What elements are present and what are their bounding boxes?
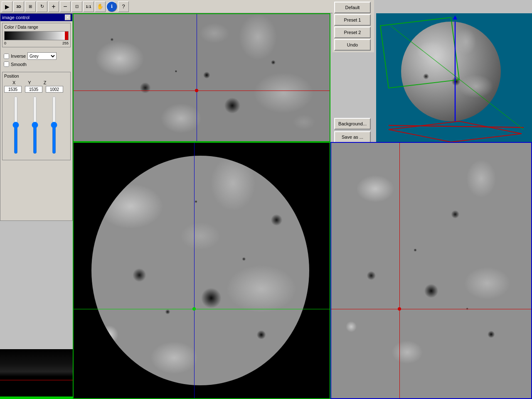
color-range-label: Color / Data range (4, 25, 69, 29)
undo-button[interactable]: Undo (334, 39, 371, 51)
preset2-button[interactable]: Preset 2 (334, 27, 371, 38)
run-button[interactable]: ▶ (2, 1, 12, 12)
top-view-crosshair-h (74, 91, 330, 91)
gradient-bar[interactable] (4, 31, 69, 40)
inverse-checkbox[interactable] (4, 54, 9, 59)
z-label: Z (44, 80, 47, 85)
z-input[interactable] (46, 86, 63, 93)
bottom-right-crosshair-v (399, 143, 400, 398)
position-label: Position (4, 74, 69, 78)
top-view-panel[interactable] (73, 13, 330, 142)
thumbnail-panel (0, 349, 73, 399)
bottom-right-crosshair-h (331, 309, 531, 309)
background-button[interactable]: Background... (334, 118, 371, 130)
grid-button[interactable]: ⊞ (25, 1, 36, 12)
smooth-checkbox[interactable] (4, 61, 9, 67)
svg-marker-1 (380, 17, 459, 88)
3d-visualization (376, 13, 532, 142)
rotate-button[interactable]: ↻ (37, 1, 47, 12)
svg-line-5 (391, 26, 524, 130)
zoom-out-button[interactable]: − (60, 1, 71, 12)
thumbnail-red-line (0, 380, 73, 380)
x-slider[interactable] (12, 96, 19, 154)
info-button[interactable]: ℹ (106, 1, 117, 12)
z-slider[interactable] (51, 96, 57, 154)
bottom-right-view-panel[interactable] (330, 142, 532, 399)
help-button[interactable]: ? (118, 1, 129, 12)
pan-button[interactable]: ✋ (95, 1, 106, 12)
min-label: 0 (4, 41, 6, 45)
bottom-left-view-image (74, 143, 330, 398)
svg-marker-0 (389, 121, 522, 142)
top-view-image (74, 14, 330, 141)
top-view-crosshair-dot (195, 89, 198, 92)
3d-view-panel[interactable] (376, 13, 532, 142)
sliders-container (12, 96, 69, 158)
y-input[interactable] (25, 86, 42, 93)
range-labels: 0 255 (4, 41, 69, 45)
fit-button[interactable]: ⊡ (71, 1, 82, 12)
xyz-labels: X Y Z (12, 80, 69, 85)
color-data-range-section: Color / Data range 0 255 (2, 23, 71, 47)
x-label: X (12, 80, 15, 85)
thumbnail-image (0, 349, 73, 399)
bottom-left-crosshair-dot (192, 307, 196, 311)
1to1-button[interactable]: 1:1 (83, 1, 94, 12)
panel-title-text: image control (2, 15, 30, 20)
smooth-label: Smooth (11, 62, 27, 67)
panel-title: image control ✕ (0, 14, 72, 21)
action-panel: Background... Save as ... (332, 116, 374, 144)
inverse-row: Inverse Grey Color Heat (4, 52, 69, 60)
y-label: Y (28, 80, 31, 85)
options-section: Inverse Grey Color Heat Smooth (0, 49, 72, 70)
toolbar: ▶ 3D ⊞ ↻ + − ⊡ 1:1 ✋ ℹ ? (0, 0, 332, 13)
3d-button[interactable]: 3D (13, 1, 24, 12)
position-section: Position X Y Z (2, 72, 71, 160)
image-control-panel: image control ✕ Color / Data range 0 255… (0, 13, 73, 221)
top-view-crosshair-v (197, 14, 197, 141)
inverse-label: Inverse (11, 54, 26, 59)
bottom-right-crosshair-dot (398, 307, 401, 311)
preset-panel: Default Preset 1 Preset 2 Undo (332, 0, 374, 52)
preset1-button[interactable]: Preset 1 (334, 14, 371, 26)
x-input[interactable] (4, 86, 22, 93)
bottom-left-view-panel[interactable] (73, 142, 330, 399)
zoom-in-button[interactable]: + (48, 1, 59, 12)
color-mode-dropdown[interactable]: Grey Color Heat (27, 52, 57, 60)
xyz-values (4, 86, 69, 93)
max-label: 255 (62, 41, 69, 45)
axes-svg (376, 13, 532, 142)
svg-marker-3 (453, 15, 457, 20)
bottom-right-view-image (331, 143, 531, 398)
thumbnail-green-bar (0, 397, 73, 399)
save-as-button[interactable]: Save as ... (334, 131, 371, 143)
y-slider[interactable] (32, 96, 38, 154)
close-button[interactable]: ✕ (65, 15, 71, 20)
circular-sample (91, 156, 309, 386)
smooth-row: Smooth (4, 61, 69, 67)
default-button[interactable]: Default (334, 2, 371, 13)
